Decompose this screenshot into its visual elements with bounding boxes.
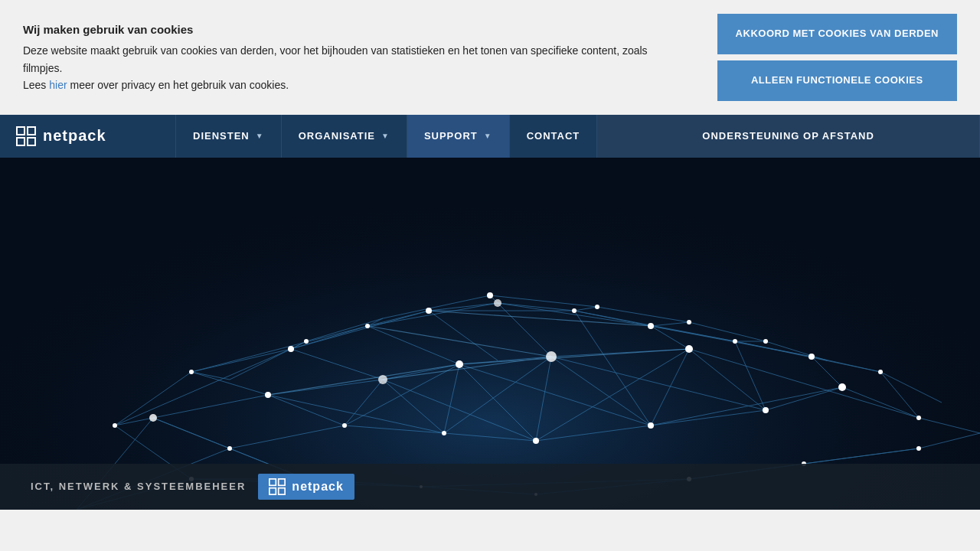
- cookie-desc2-pre: Lees: [23, 79, 49, 91]
- svg-point-126: [342, 423, 347, 428]
- nav-item-support[interactable]: SUPPORT ▼: [407, 115, 510, 158]
- svg-rect-3: [28, 138, 35, 145]
- cookie-desc2-post: meer over privacy en het gebruik van coo…: [67, 79, 289, 91]
- nav-label-diensten: DIENSTEN: [193, 130, 250, 142]
- network-visualization: [0, 158, 980, 510]
- cookie-text-block: Wij maken gebruik van cookies Deze websi…: [23, 21, 651, 93]
- svg-point-115: [288, 346, 294, 352]
- nav-label-organisatie: ORGANISATIE: [299, 130, 375, 142]
- nav-item-diensten[interactable]: DIENSTEN ▼: [176, 115, 282, 158]
- svg-point-119: [572, 308, 577, 313]
- nav-items: DIENSTEN ▼ ORGANISATIE ▼ SUPPORT ▼ CONTA…: [176, 115, 980, 158]
- svg-point-140: [916, 446, 921, 451]
- navbar: netpack DIENSTEN ▼ ORGANISATIE ▼ SUPPORT…: [0, 115, 980, 158]
- svg-point-112: [763, 407, 769, 413]
- hero-section: ICT, NETWERK & SYSTEEMBEHEER netpack: [0, 158, 980, 510]
- chevron-down-icon: ▼: [484, 132, 492, 140]
- navbar-logo-text: netpack: [43, 127, 106, 145]
- svg-point-129: [304, 339, 309, 344]
- svg-point-113: [838, 383, 846, 391]
- svg-point-125: [227, 446, 232, 451]
- svg-point-132: [687, 320, 691, 324]
- chevron-down-icon: ▼: [381, 132, 390, 140]
- svg-point-122: [808, 354, 815, 360]
- svg-point-130: [487, 292, 493, 298]
- svg-point-106: [265, 392, 271, 398]
- svg-point-109: [546, 351, 557, 362]
- svg-point-123: [878, 370, 883, 374]
- cookie-desc1: Deze website maakt gebruik van cookies v…: [23, 42, 651, 77]
- svg-point-116: [365, 324, 370, 328]
- logo-box: netpack: [15, 126, 106, 147]
- footer-logo-box: netpack: [258, 474, 354, 500]
- svg-point-131: [595, 305, 599, 309]
- svg-point-133: [763, 339, 768, 344]
- svg-point-105: [149, 414, 157, 422]
- svg-point-121: [733, 339, 737, 344]
- svg-point-127: [442, 431, 446, 435]
- footer-tagline: ICT, NETWERK & SYSTEEMBEHEER: [31, 481, 246, 492]
- svg-point-128: [533, 438, 539, 444]
- svg-rect-1: [28, 127, 35, 135]
- navbar-logo[interactable]: netpack: [0, 115, 176, 158]
- footer-logo-text: netpack: [292, 480, 343, 494]
- svg-point-141: [916, 416, 921, 420]
- footer-logo-icon: [269, 478, 286, 495]
- svg-point-124: [113, 423, 117, 428]
- svg-point-118: [494, 299, 501, 307]
- svg-rect-2: [17, 138, 24, 145]
- svg-rect-145: [279, 487, 285, 494]
- svg-rect-143: [279, 479, 285, 485]
- svg-rect-0: [17, 127, 24, 135]
- nav-item-organisatie[interactable]: ORGANISATIE ▼: [282, 115, 407, 158]
- cookie-accept-button[interactable]: AKKOORD MET COOKIES VAN DERDEN: [717, 14, 957, 54]
- nav-label-support: SUPPORT: [424, 130, 478, 142]
- nav-item-contact[interactable]: CONTACT: [510, 115, 598, 158]
- svg-rect-142: [270, 479, 276, 485]
- svg-point-114: [189, 370, 194, 374]
- nav-item-ondersteuning[interactable]: ONDERSTEUNING OP AFSTAND: [597, 115, 980, 158]
- svg-point-108: [456, 360, 463, 368]
- nav-label-ondersteuning: ONDERSTEUNING OP AFSTAND: [702, 130, 874, 142]
- cookie-title: Wij maken gebruik van cookies: [23, 21, 651, 39]
- cookie-privacy-link[interactable]: hier: [49, 79, 67, 91]
- cookie-banner: Wij maken gebruik van cookies Deze websi…: [0, 0, 980, 115]
- svg-point-110: [648, 422, 654, 429]
- cookie-buttons: AKKOORD MET COOKIES VAN DERDEN ALLEEN FU…: [717, 14, 957, 101]
- chevron-down-icon: ▼: [256, 132, 264, 140]
- nav-label-contact: CONTACT: [527, 130, 580, 142]
- cookie-functional-button[interactable]: ALLEEN FUNCTIONELE COOKIES: [717, 60, 957, 101]
- svg-point-111: [685, 345, 693, 353]
- svg-point-107: [378, 375, 387, 384]
- cookie-desc2: Lees hier meer over privacy en het gebru…: [23, 77, 651, 93]
- footer-bar: ICT, NETWERK & SYSTEEMBEHEER netpack: [0, 464, 980, 510]
- netpack-logo-icon: [15, 126, 37, 147]
- svg-rect-144: [270, 487, 276, 494]
- svg-point-120: [648, 323, 654, 329]
- svg-point-117: [426, 308, 432, 314]
